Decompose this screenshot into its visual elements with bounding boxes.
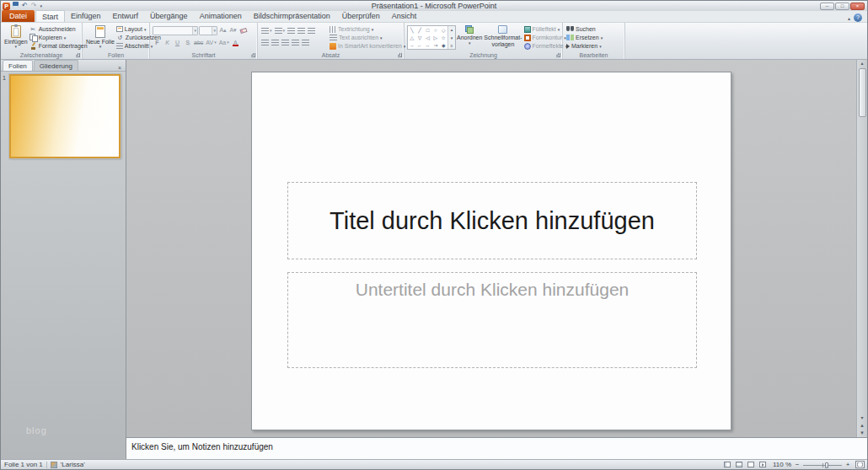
numbering-button[interactable]: ▾ (274, 26, 287, 35)
subtitle-placeholder[interactable]: Untertitel durch Klicken hinzufügen (287, 272, 697, 368)
shape-rectangle-icon[interactable]: □ (426, 27, 430, 34)
change-case-button[interactable]: Aa▾ (218, 38, 230, 47)
scroll-down-icon[interactable]: ▾ (860, 414, 863, 422)
tab-bildschirmpraesentation[interactable]: Bildschirmpräsentation (248, 10, 336, 22)
shapes-more-icon[interactable]: ≡ (451, 43, 453, 48)
tab-folien[interactable]: Folien (3, 60, 33, 71)
shape-triangle-down-icon[interactable]: ▽ (418, 35, 422, 41)
reading-view-button[interactable] (746, 461, 756, 469)
minimize-button[interactable]: – (820, 3, 834, 10)
zoom-out-button[interactable]: − (793, 461, 801, 468)
vertical-scrollbar[interactable]: ▴ ▾ ▲ ▼ (856, 60, 867, 437)
slideshow-view-button[interactable] (758, 461, 768, 469)
undo-button[interactable]: ↶ (21, 2, 29, 10)
zoom-slider-thumb[interactable] (825, 462, 828, 468)
shape-triangle-icon[interactable]: △ (410, 35, 414, 41)
align-text-button[interactable]: Text ausrichten ▾ (329, 34, 402, 41)
shape-arrow-both-icon[interactable]: ↔ (425, 42, 430, 49)
tab-start[interactable]: Start (35, 10, 65, 22)
panel-close-icon[interactable]: × (115, 65, 124, 71)
grow-font-button[interactable]: A▴ (218, 26, 228, 35)
copy-button[interactable]: Kopieren ▾ (29, 34, 80, 41)
font-dialog-launcher-icon[interactable] (251, 53, 255, 57)
format-painter-button[interactable]: Format übertragen (29, 42, 80, 50)
shape-line-icon[interactable]: ╲ (410, 27, 414, 34)
tab-datei[interactable]: Datei (2, 10, 35, 22)
shape-triangle-left-icon[interactable]: ◁ (426, 35, 430, 41)
cut-button[interactable]: ✂ Ausschneiden (29, 25, 80, 33)
shape-ellipse-icon[interactable]: ○ (434, 27, 437, 34)
drawing-dialog-launcher-icon[interactable] (556, 53, 560, 57)
paragraph-dialog-launcher-icon[interactable] (398, 53, 402, 57)
shape-fill-button[interactable]: Fülleffekt ▾ (523, 25, 561, 33)
save-button[interactable] (12, 2, 19, 10)
strikethrough-button[interactable]: abc (193, 38, 204, 47)
shapes-scroll-down-icon[interactable]: ▾ (451, 35, 453, 40)
find-button[interactable]: Suchen (565, 25, 603, 33)
replace-button[interactable]: Ersetzen ▾ (565, 34, 603, 41)
zoom-in-button[interactable]: + (844, 461, 852, 468)
shape-arrow-left-icon[interactable]: ← (417, 42, 422, 49)
align-center-button[interactable] (271, 38, 280, 47)
scroll-up-icon[interactable]: ▴ (860, 60, 863, 67)
redo-button[interactable]: ↷ (30, 2, 38, 10)
bullets-button[interactable]: ▾ (260, 26, 273, 35)
tab-animationen[interactable]: Animationen (194, 10, 248, 22)
tab-gliederung[interactable]: Gliederung (34, 60, 78, 71)
justify-button[interactable] (291, 38, 300, 47)
layout-button[interactable]: Layout ▾ (115, 25, 147, 33)
tab-ueberpruefen[interactable]: Überprüfen (336, 10, 386, 22)
scrollbar-thumb[interactable] (859, 68, 866, 117)
font-color-button[interactable]: A (231, 38, 240, 47)
arrange-button[interactable]: Anordnen ▾ (456, 24, 483, 50)
shape-line2-icon[interactable]: ╱ (418, 27, 421, 34)
normal-view-button[interactable] (722, 461, 732, 469)
qat-dropdown-icon[interactable]: ▾ (39, 2, 43, 10)
character-spacing-button[interactable]: AV▾ (205, 38, 217, 47)
text-direction-button[interactable]: Textrichtung ▾ (329, 25, 402, 33)
shape-arrow-right-icon[interactable]: → (410, 42, 415, 49)
columns-button[interactable] (301, 38, 310, 47)
slide-canvas[interactable]: Titel durch Klicken hinzufügen Untertite… (251, 72, 731, 430)
new-slide-button[interactable]: Neue Folie ▾ (85, 24, 115, 50)
tab-entwurf[interactable]: Entwurf (107, 10, 145, 22)
clipboard-dialog-launcher-icon[interactable] (76, 53, 80, 57)
section-button[interactable]: Abschnitt ▾ (115, 42, 147, 50)
maximize-button[interactable]: □ (835, 3, 849, 10)
align-right-button[interactable] (281, 38, 290, 47)
font-name-select[interactable]: ▾ (153, 26, 198, 35)
slide-thumbnail[interactable] (9, 74, 121, 158)
decrease-indent-button[interactable] (287, 26, 296, 35)
convert-smartart-button[interactable]: In SmartArt konvertieren ▾ (329, 42, 402, 50)
zoom-slider[interactable] (803, 461, 842, 469)
shapes-gallery-scrollbar[interactable]: ▴ ▾ ≡ (447, 26, 455, 49)
minimize-ribbon-icon[interactable]: ▴ (848, 15, 850, 21)
previous-slide-button[interactable]: ▲ (860, 422, 865, 430)
shape-diamond-icon[interactable]: ◇ (442, 27, 446, 34)
select-button[interactable]: Markieren ▾ (565, 42, 603, 50)
zoom-level[interactable]: 110 % (769, 461, 791, 468)
italic-button[interactable]: K (163, 38, 172, 47)
tab-einfuegen[interactable]: Einfügen (65, 10, 107, 22)
line-spacing-button[interactable] (307, 26, 316, 35)
shape-diamond-filled-icon[interactable]: ◆ (442, 42, 446, 49)
app-icon[interactable]: P (3, 3, 10, 10)
align-left-button[interactable] (260, 38, 270, 47)
clear-formatting-button[interactable] (238, 26, 248, 35)
shape-arrow-double-icon[interactable]: ⇒ (433, 42, 437, 49)
tab-uebergaenge[interactable]: Übergänge (144, 10, 194, 22)
notes-pane[interactable]: Klicken Sie, um Notizen hinzuzufügen (126, 437, 867, 459)
shape-outline-button[interactable]: Formkontur ▾ (523, 34, 561, 41)
shapes-gallery[interactable]: ╲ ╱ □ ○ ◇ △ ▽ ◁ ▷ ☆ → ← ↔ ⇒ ◆ ▴ (407, 25, 456, 50)
help-icon[interactable]: ? (854, 13, 862, 22)
tab-ansicht[interactable]: Ansicht (386, 10, 423, 22)
underline-button[interactable]: U (173, 38, 182, 47)
title-placeholder[interactable]: Titel durch Klicken hinzufügen (287, 182, 697, 259)
shrink-font-button[interactable]: A▾ (228, 26, 238, 35)
increase-indent-button[interactable] (297, 26, 306, 35)
shapes-scroll-up-icon[interactable]: ▴ (451, 27, 453, 32)
shape-effects-button[interactable]: Formeffekte ▾ (523, 42, 561, 50)
quick-styles-button[interactable]: Schnellformat- vorlagen (483, 24, 522, 50)
reset-button[interactable]: ↺ Zurücksetzen (115, 34, 147, 41)
shape-star-icon[interactable]: ☆ (442, 35, 446, 41)
